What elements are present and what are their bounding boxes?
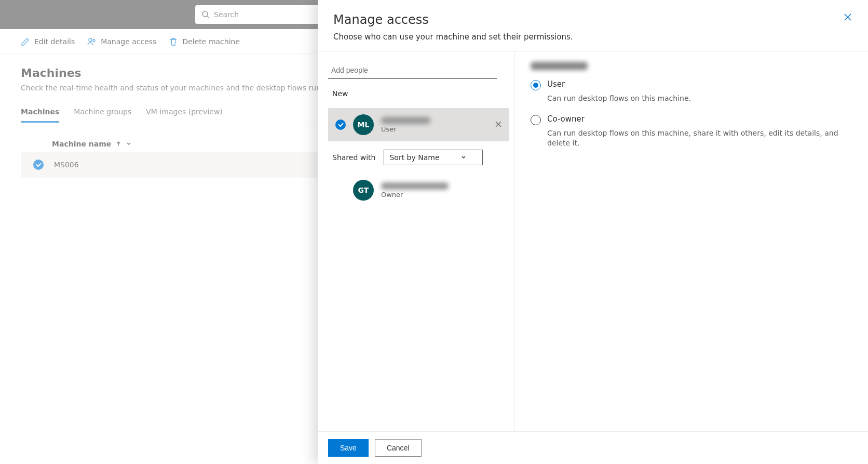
panel-title: Manage access xyxy=(333,12,852,27)
pencil-icon xyxy=(21,37,30,46)
search-icon xyxy=(201,10,210,19)
add-people-input[interactable] xyxy=(328,62,497,79)
avatar: GT xyxy=(353,180,374,201)
person-meta: User xyxy=(381,117,430,133)
tab-machine-groups[interactable]: Machine groups xyxy=(74,102,131,123)
svg-point-3 xyxy=(93,39,95,42)
edit-details-label: Edit details xyxy=(34,37,75,46)
shared-person-item[interactable]: GT Owner xyxy=(328,174,509,207)
manage-access-label: Manage access xyxy=(101,37,156,46)
person-role: Owner xyxy=(381,191,449,198)
radio-user[interactable] xyxy=(531,80,541,90)
person-check-icon[interactable] xyxy=(335,120,346,130)
shared-with-label: Shared with xyxy=(332,153,375,162)
new-section-label: New xyxy=(328,87,509,100)
chevron-down-icon xyxy=(460,154,467,161)
permission-coowner-row[interactable]: Co-owner xyxy=(531,114,852,125)
person-meta: Owner xyxy=(381,182,449,198)
radio-coowner[interactable] xyxy=(531,115,541,125)
delete-machine-label: Delete machine xyxy=(182,37,240,46)
radio-user-label: User xyxy=(547,79,565,89)
panel-body: New ML User Shared with Sort by Name xyxy=(318,51,868,431)
panel-right-column: User Can run desktop flows on this machi… xyxy=(515,51,868,431)
manage-access-panel: Manage access Choose who can use your ma… xyxy=(318,0,868,464)
svg-point-2 xyxy=(89,38,92,42)
remove-person-button[interactable] xyxy=(495,121,502,129)
machine-name-cell: MS006 xyxy=(54,161,79,169)
tab-vm-images[interactable]: VM images (preview) xyxy=(146,102,223,123)
close-icon xyxy=(495,121,502,128)
edit-details-button[interactable]: Edit details xyxy=(21,37,75,46)
search-placeholder: Search xyxy=(214,10,239,19)
panel-left-column: New ML User Shared with Sort by Name xyxy=(318,51,515,431)
selected-person-name-redacted xyxy=(531,62,588,70)
radio-coowner-label: Co-owner xyxy=(547,114,585,124)
person-name-redacted xyxy=(381,182,449,190)
manage-access-button[interactable]: Manage access xyxy=(87,37,156,46)
chevron-down-icon xyxy=(126,141,132,147)
close-icon xyxy=(843,12,852,22)
sort-select-label: Sort by Name xyxy=(389,153,439,162)
column-header-label: Machine name xyxy=(52,140,111,148)
avatar: ML xyxy=(353,114,374,135)
close-button[interactable] xyxy=(843,12,852,23)
trash-icon xyxy=(169,37,178,46)
tab-machines[interactable]: Machines xyxy=(21,102,59,123)
panel-subtitle: Choose who can use your machine and set … xyxy=(333,32,852,42)
radio-coowner-description: Can run desktop flows on this machine, s… xyxy=(547,128,852,149)
svg-line-1 xyxy=(207,16,209,18)
shared-with-row: Shared with Sort by Name xyxy=(328,150,509,165)
svg-point-0 xyxy=(202,11,208,17)
new-person-item[interactable]: ML User xyxy=(328,108,509,141)
person-name-redacted xyxy=(381,117,430,124)
save-button[interactable]: Save xyxy=(328,439,369,457)
cancel-button[interactable]: Cancel xyxy=(375,439,422,457)
sort-up-icon xyxy=(115,141,121,147)
panel-footer: Save Cancel xyxy=(318,431,868,464)
delete-machine-button[interactable]: Delete machine xyxy=(169,37,240,46)
row-checkbox[interactable] xyxy=(33,160,44,170)
permission-user-row[interactable]: User xyxy=(531,79,852,90)
sort-select[interactable]: Sort by Name xyxy=(384,150,482,165)
radio-user-description: Can run desktop flows on this machine. xyxy=(547,94,852,104)
panel-header: Manage access Choose who can use your ma… xyxy=(318,0,868,51)
people-icon xyxy=(87,37,97,46)
person-role: User xyxy=(381,125,430,133)
